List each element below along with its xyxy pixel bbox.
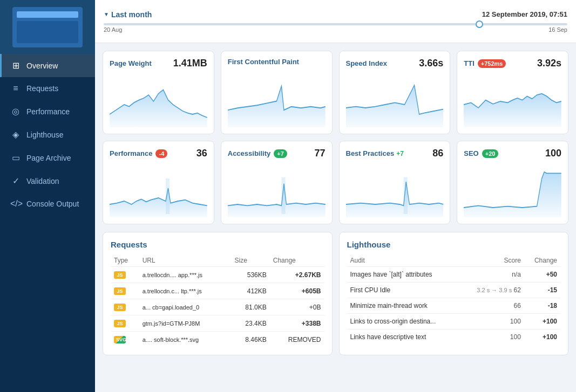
type-badge: JS [114, 287, 126, 295]
metric-card-seo: SEO +20 100 [457, 141, 568, 224]
metric-value-performance: 36 [196, 148, 207, 159]
cell-url: a.... soft-block.***.svg [139, 332, 232, 348]
sidebar-item-page-archive[interactable]: ▭ Page Archive [0, 146, 95, 169]
type-badge: SVG [114, 336, 126, 343]
sidebar-item-console-output[interactable]: </> Console Output [0, 192, 95, 215]
sidebar-item-performance-label: Performance [26, 107, 70, 116]
timeline-track [104, 23, 567, 25]
sidebar-item-validation[interactable]: ✓ Validation [0, 169, 95, 192]
cell-size: 81.0KB [232, 299, 270, 315]
overview-icon: ⊞ [10, 60, 21, 71]
cell-size: 412KB [232, 283, 270, 299]
cell-url: gtm.js?id=GTM-PJ8M [139, 315, 232, 332]
cell-type: JS [111, 267, 139, 283]
lh-col-change: Change [524, 255, 560, 267]
metric-title-seo: SEO [464, 149, 478, 157]
metric-title-page-weight: Page Weight [110, 59, 152, 67]
timestamp-display: 12 September 2019, 07:51 [482, 10, 567, 18]
chart-page-weight [110, 75, 207, 127]
metric-value-speed-index: 3.66s [419, 58, 443, 69]
date-filter-button[interactable]: Last month [104, 10, 152, 19]
console-icon: </> [10, 199, 21, 209]
sidebar-item-performance[interactable]: ◎ Performance [0, 100, 95, 123]
main-content: Last month 12 September 2019, 07:51 20 A… [95, 0, 576, 392]
metric-card-speed-index: Speed Index 3.66s [339, 51, 451, 134]
sidebar-item-page-archive-label: Page Archive [26, 154, 71, 162]
table-row: Links have descriptive text 100 +100 [347, 329, 561, 345]
metric-title-fcp: First Contentful Paint [228, 58, 299, 66]
cell-size: 8.46KB [232, 332, 270, 348]
lighthouse-table: Audit Score Change Images have `[alt]` a… [347, 255, 561, 345]
cell-url: a.trellocdn.c... ltp.***.js [139, 283, 232, 299]
best-practices-badge: +7 [396, 150, 404, 157]
timeline-dates: 20 Aug 16 Sep [104, 26, 567, 33]
lh-cell-score: 3.2 s → 3.9 s 62 [462, 283, 524, 298]
sidebar-item-validation-label: Validation [26, 177, 59, 185]
sidebar-item-requests[interactable]: ≡ Requests [0, 77, 95, 100]
lighthouse-panel: Lighthouse Audit Score Change Images hav… [339, 232, 569, 355]
col-size: Size [232, 255, 270, 267]
metric-card-performance: Performance -4 36 [103, 141, 214, 224]
lh-cell-audit: Images have `[alt]` attributes [347, 267, 462, 283]
chart-fcp [228, 72, 326, 127]
metric-title-best-practices: Best Practices [346, 149, 395, 157]
chart-best-practices [346, 166, 444, 217]
requests-panel: Requests Type URL Size Change JS a.trell… [103, 232, 333, 355]
metric-card-fcp: First Contentful Paint [221, 51, 333, 134]
cell-change: +0B [270, 299, 324, 315]
type-badge: JS [114, 320, 126, 327]
table-row: JS a.trellocdn.... app.***.js 536KB +2.6… [111, 267, 324, 283]
logo-image [12, 7, 83, 47]
requests-icon: ≡ [10, 84, 21, 93]
timeline-slider[interactable]: 20 Aug 16 Sep [104, 23, 567, 33]
cell-size: 23.4KB [232, 315, 270, 332]
type-badge: JS [114, 271, 126, 279]
lh-cell-change: +50 [524, 267, 560, 283]
lh-col-score: Score [462, 255, 524, 267]
metric-title-accessibility: Accessibility [228, 149, 271, 157]
lh-cell-change: +100 [524, 314, 560, 329]
type-badge: JS [114, 304, 126, 311]
cell-change: +2.67KB [270, 267, 324, 283]
lh-cell-score: 100 [462, 329, 524, 345]
sidebar-item-requests-label: Requests [26, 84, 58, 93]
cell-type: SVG [111, 332, 139, 348]
tti-badge: +752ms [478, 59, 506, 68]
metric-value-page-weight: 1.41MB [173, 58, 207, 69]
cell-type: JS [111, 299, 139, 315]
requests-table: Type URL Size Change JS a.trellocdn.... … [111, 255, 324, 347]
metric-value-tti: 3.92s [537, 58, 561, 69]
lh-cell-change: -15 [524, 283, 560, 298]
performance-icon: ◎ [10, 106, 21, 116]
sidebar-item-overview[interactable]: ⊞ Overview [0, 54, 95, 77]
cell-type: JS [111, 283, 139, 299]
lh-cell-change: -18 [524, 298, 560, 314]
lh-col-audit: Audit [347, 255, 462, 267]
seo-badge: +20 [482, 149, 499, 158]
table-row: JS a.trellocdn.c... ltp.***.js 412KB +60… [111, 283, 324, 299]
chart-accessibility [228, 166, 326, 217]
cell-change: REMOVED [270, 332, 324, 348]
timeline-thumb[interactable] [476, 20, 483, 28]
metric-card-page-weight: Page Weight 1.41MB [103, 51, 214, 134]
table-row: Links to cross-origin destina... 100 +10… [347, 314, 561, 329]
cell-url: a.trellocdn.... app.***.js [139, 267, 232, 283]
accessibility-badge: +7 [274, 149, 287, 158]
metrics-grid: Page Weight 1.41MB First Contentful Pain… [103, 51, 568, 224]
metric-title-speed-index: Speed Index [346, 59, 388, 67]
sidebar-item-lighthouse-label: Lighthouse [26, 130, 64, 139]
lh-cell-score: 66 [462, 298, 524, 314]
table-row: SVG a.... soft-block.***.svg 8.46KB REMO… [111, 332, 324, 348]
col-url: URL [139, 255, 232, 267]
table-row: First CPU Idle 3.2 s → 3.9 s 62 -15 [347, 283, 561, 298]
timeline-start: 20 Aug [104, 26, 122, 33]
chart-seo [464, 166, 561, 217]
sidebar-logo [0, 0, 95, 54]
timeline-header: Last month 12 September 2019, 07:51 20 A… [95, 0, 576, 43]
metric-value-best-practices: 86 [432, 148, 443, 159]
metric-card-accessibility: Accessibility +7 77 [221, 141, 333, 224]
metric-card-best-practices: Best Practices +7 86 [339, 141, 451, 224]
sidebar-item-lighthouse[interactable]: ◈ Lighthouse [0, 123, 95, 146]
table-row: JS a... cb=gapi.loaded_0 81.0KB +0B [111, 299, 324, 315]
metric-title-tti: TTI [464, 59, 475, 67]
